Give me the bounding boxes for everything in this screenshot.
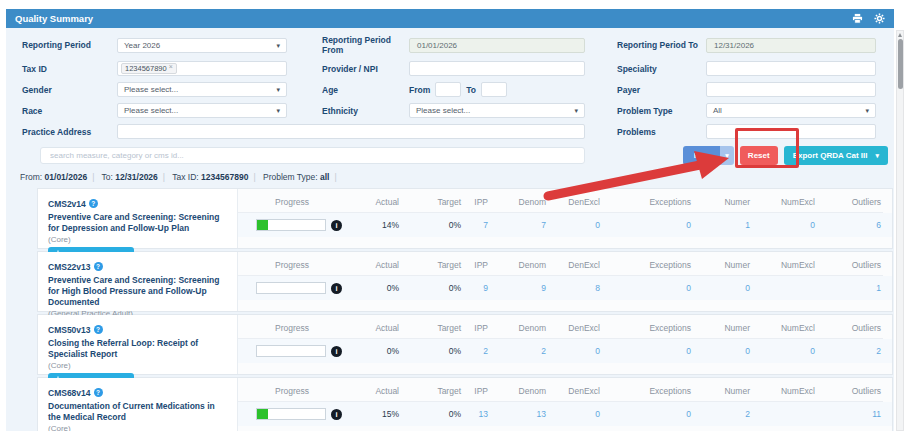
progress-cell: i — [238, 408, 346, 420]
measure-row: CMS50v13? Closing the Referral Loop: Rec… — [37, 314, 893, 375]
measure-category: (Core) — [48, 235, 229, 244]
measure-id: CMS2v14 — [48, 199, 86, 209]
payer-input[interactable] — [706, 82, 876, 97]
numer-value[interactable]: 1 — [693, 220, 752, 230]
measure-id: CMS50v13 — [48, 325, 91, 335]
search-input[interactable] — [40, 147, 585, 164]
status-label: To: — [102, 172, 113, 182]
speciality-input[interactable] — [706, 61, 876, 76]
provider-npi-input[interactable] — [409, 61, 585, 76]
info-icon[interactable]: i — [331, 346, 342, 357]
numer-value[interactable]: 2 — [693, 409, 752, 419]
measure-stats: Progress Actual Target IPP Denom DenExcl… — [238, 252, 892, 311]
stats-value-row: i 14% 0% 7 7 0 0 1 0 6 — [238, 213, 892, 237]
scrollbar-thumb[interactable] — [898, 39, 903, 89]
ethnicity-select[interactable]: Please select... ▾ — [409, 103, 585, 118]
reset-button[interactable]: Reset — [740, 146, 778, 165]
measure-title: Preventive Care and Screening: Screening… — [48, 212, 229, 234]
gender-select[interactable]: Please select... ▾ — [117, 82, 287, 97]
race-label: Race — [22, 106, 117, 116]
tax-id-label: Tax ID — [22, 64, 117, 74]
practice-address-input[interactable] — [117, 124, 585, 139]
tax-id-input[interactable]: 1234567890 × — [117, 61, 287, 76]
stats-header-row: Progress Actual Target IPP Denom DenExcl… — [238, 323, 883, 339]
exceptions-value[interactable]: 0 — [602, 283, 693, 293]
numer-value[interactable]: 0 — [693, 346, 752, 356]
help-icon[interactable]: ? — [89, 199, 98, 208]
col-header-denom: Denom — [490, 323, 548, 333]
col-header-ipp: IPP — [463, 323, 490, 333]
col-header-progress: Progress — [238, 386, 346, 396]
reporting-period-to-label: Reporting Period To — [585, 40, 706, 50]
stats-value-row: i 15% 0% 13 13 0 0 2 11 — [238, 402, 892, 426]
run-button[interactable]: Run — [683, 146, 721, 165]
col-header-numexcl: NumExcl — [752, 197, 817, 207]
measure-stats: Progress Actual Target IPP Denom DenExcl… — [238, 315, 892, 374]
export-qrda-button[interactable]: Export QRDA Cat III ▾ — [784, 146, 888, 165]
denexcl-value[interactable]: 8 — [548, 283, 602, 293]
stats-header-row: Progress Actual Target IPP Denom DenExcl… — [238, 260, 883, 276]
settings-icon[interactable] — [874, 13, 885, 24]
denom-value[interactable]: 9 — [490, 283, 548, 293]
print-icon[interactable] — [852, 13, 863, 24]
numexcl-value[interactable]: 0 — [752, 220, 817, 230]
remove-tag-icon[interactable]: × — [169, 63, 173, 70]
vertical-scrollbar[interactable] — [896, 30, 904, 431]
denom-value[interactable]: 7 — [490, 220, 548, 230]
ipp-value[interactable]: 13 — [463, 409, 490, 419]
denexcl-value[interactable]: 0 — [548, 220, 602, 230]
col-header-exceptions: Exceptions — [602, 323, 693, 333]
col-header-outliers: Outliers — [817, 260, 883, 270]
stats-value-row: i 0% 0% 2 2 0 0 0 0 2 — [238, 339, 892, 363]
status-value: 1234567890 — [201, 172, 248, 182]
measure-row: CMS22v13? Preventive Care and Screening:… — [37, 251, 893, 312]
col-header-progress: Progress — [238, 197, 346, 207]
panel-header: Quality Summary — [6, 9, 894, 28]
denexcl-value[interactable]: 0 — [548, 409, 602, 419]
outliers-value[interactable]: 1 — [817, 283, 883, 293]
col-header-denom: Denom — [490, 386, 548, 396]
export-qrda-label: Export QRDA Cat III — [793, 151, 868, 160]
run-dropdown-button[interactable]: ▾ — [720, 146, 734, 165]
exceptions-value[interactable]: 0 — [602, 409, 693, 419]
exceptions-value[interactable]: 0 — [602, 346, 693, 356]
exceptions-value[interactable]: 0 — [602, 220, 693, 230]
race-select[interactable]: Please select... ▾ — [117, 103, 287, 118]
help-icon[interactable]: ? — [94, 388, 103, 397]
help-icon[interactable]: ? — [94, 262, 103, 271]
age-from-input[interactable] — [435, 82, 461, 97]
info-icon[interactable]: i — [331, 409, 342, 420]
outliers-value[interactable]: 6 — [817, 220, 883, 230]
info-icon[interactable]: i — [331, 283, 342, 294]
tax-id-tag: 1234567890 × — [121, 63, 177, 74]
reporting-period-select[interactable]: Year 2026 ▾ — [117, 38, 287, 53]
col-header-exceptions: Exceptions — [602, 386, 693, 396]
outliers-value[interactable]: 2 — [817, 346, 883, 356]
ipp-value[interactable]: 2 — [463, 346, 490, 356]
ipp-value[interactable]: 9 — [463, 283, 490, 293]
outliers-value[interactable]: 11 — [817, 409, 883, 419]
chevron-down-icon: ▾ — [276, 107, 280, 114]
status-value: all — [320, 172, 329, 182]
numer-value[interactable]: 0 — [693, 283, 752, 293]
actual-value: 0% — [346, 346, 401, 356]
age-label: Age — [287, 85, 409, 95]
denom-value[interactable]: 13 — [490, 409, 548, 419]
denom-value[interactable]: 2 — [490, 346, 548, 356]
progress-bar — [256, 408, 326, 420]
col-header-numexcl: NumExcl — [752, 260, 817, 270]
col-header-denexcl: DenExcl — [548, 197, 602, 207]
quality-summary-panel: Quality Summary Reporting Period Year — [6, 9, 894, 431]
info-icon[interactable]: i — [331, 220, 342, 231]
denexcl-value[interactable]: 0 — [548, 346, 602, 356]
measure-title: Documentation of Current Medications in … — [48, 401, 229, 423]
help-icon[interactable]: ? — [94, 325, 103, 334]
numexcl-value[interactable]: 0 — [752, 346, 817, 356]
col-header-numer: Numer — [693, 386, 752, 396]
ipp-value[interactable]: 7 — [463, 220, 490, 230]
problems-input[interactable] — [706, 124, 876, 139]
reporting-period-label: Reporting Period — [22, 40, 117, 50]
age-to-input[interactable] — [481, 82, 507, 97]
problem-type-select[interactable]: All ▾ — [706, 103, 876, 118]
scroll-up-icon[interactable] — [898, 33, 902, 37]
